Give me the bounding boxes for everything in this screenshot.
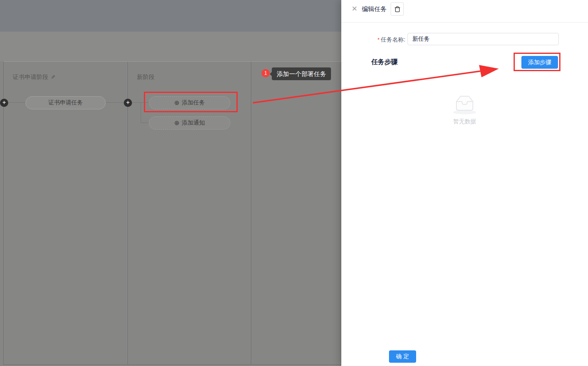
plus-icon: + bbox=[126, 99, 130, 106]
dimmed-overlay: 证书申请阶段✎ 新阶段 + + 证书申请任务 ⊕ 添加任务 bbox=[0, 0, 341, 366]
circle-plus-icon: ⊕ bbox=[174, 99, 180, 107]
stage-title-cert: 证书申请阶段✎ bbox=[4, 62, 127, 81]
step-badge: 1 bbox=[262, 69, 270, 77]
drawer-title: 编辑任务 bbox=[362, 5, 387, 13]
connector-line bbox=[141, 123, 149, 123]
tooltip: 添加一个部署任务 bbox=[272, 67, 331, 80]
empty-box-icon bbox=[451, 93, 478, 115]
tooltip-text: 添加一个部署任务 bbox=[277, 70, 326, 77]
connector-line bbox=[106, 102, 124, 103]
confirm-button[interactable]: 确 定 bbox=[389, 350, 416, 363]
stage-column-hidden bbox=[251, 62, 341, 364]
task-name-label-text: 任务名称: bbox=[381, 36, 405, 43]
stage-title-new: 新阶段 bbox=[128, 62, 251, 81]
add-notify-pill[interactable]: ⊕ 添加通知 bbox=[149, 116, 230, 130]
edit-stage-icon[interactable]: ✎ bbox=[51, 74, 55, 80]
drawer-header: ✕ 编辑任务 bbox=[341, 0, 588, 23]
task-pill-cert-apply[interactable]: 证书申请任务 bbox=[25, 96, 106, 109]
add-task-pill[interactable]: ⊕ 添加任务 bbox=[149, 96, 230, 109]
tooltip-arrow bbox=[270, 72, 272, 76]
stage-title-text: 新阶段 bbox=[137, 74, 155, 80]
connector-line bbox=[8, 102, 25, 103]
app-canvas: 证书申请阶段✎ 新阶段 + + 证书申请任务 ⊕ 添加任务 bbox=[0, 0, 588, 366]
task-steps-title: 任务步骤 bbox=[371, 58, 398, 67]
connector-line bbox=[141, 103, 141, 123]
add-stage-node-mid[interactable]: + bbox=[124, 99, 132, 107]
close-icon[interactable]: ✕ bbox=[352, 5, 357, 13]
trash-icon bbox=[394, 6, 400, 12]
task-pill-label: 证书申请任务 bbox=[49, 99, 83, 107]
task-name-label: *任务名称: bbox=[341, 36, 405, 44]
add-task-label: 添加任务 bbox=[182, 99, 205, 107]
circle-plus-icon: ⊕ bbox=[174, 119, 180, 127]
task-name-input[interactable] bbox=[407, 33, 559, 45]
empty-state: 暂无数据 bbox=[341, 93, 588, 125]
plus-icon: + bbox=[2, 99, 6, 106]
required-mark: * bbox=[377, 37, 380, 43]
add-step-button[interactable]: 添加步骤 bbox=[521, 56, 558, 69]
delete-task-button[interactable] bbox=[391, 2, 404, 16]
add-notify-label: 添加通知 bbox=[182, 119, 205, 127]
page-toolbar-band bbox=[0, 32, 341, 61]
page-header-band bbox=[0, 0, 341, 32]
empty-text: 暂无数据 bbox=[341, 118, 588, 125]
edit-task-drawer: ✕ 编辑任务 *任务名称: 任务步骤 添加步骤 bbox=[341, 0, 588, 366]
stage-title-text: 证书申请阶段 bbox=[13, 74, 49, 80]
add-stage-node-left[interactable]: + bbox=[0, 99, 8, 107]
